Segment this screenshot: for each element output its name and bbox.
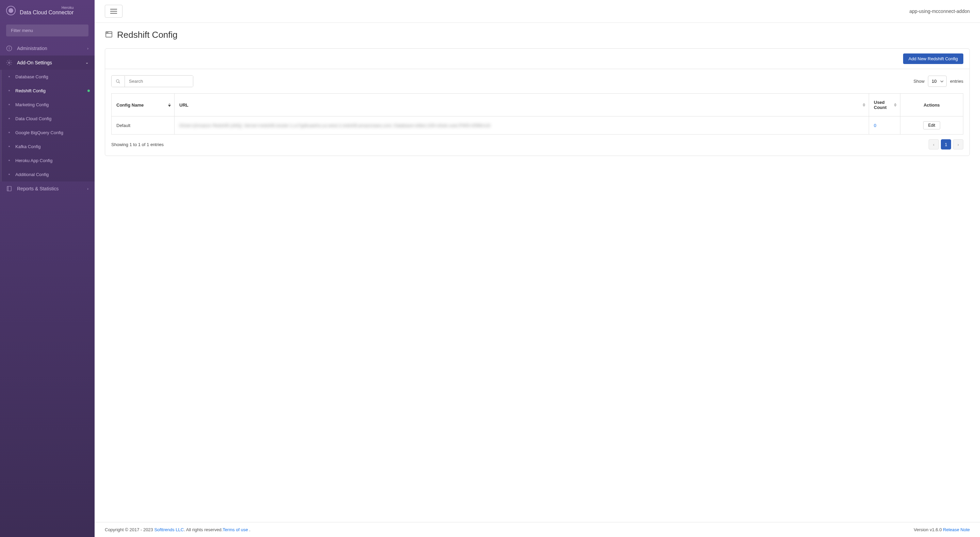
info-icon	[6, 45, 12, 51]
brand-small: Heroku	[20, 5, 73, 10]
col-used-count[interactable]: Used Count	[869, 94, 900, 116]
sidebar: Heroku Data Cloud Connector Administrati…	[0, 0, 95, 537]
svg-point-8	[107, 32, 107, 33]
svg-line-11	[119, 82, 120, 83]
topbar: app-using-mcconnect-addon	[95, 0, 980, 23]
sort-icon	[168, 103, 171, 107]
subnav-data-cloud-config[interactable]: Data Cloud Config	[2, 112, 95, 126]
nav-administration[interactable]: Administration ›	[0, 41, 95, 56]
hamburger-icon	[110, 9, 117, 14]
brand-text: Heroku Data Cloud Connector	[20, 5, 73, 16]
subnav-label: Redshift Config	[15, 88, 46, 93]
search-group	[111, 75, 193, 87]
showing-text: Showing 1 to 1 of 1 entries	[111, 142, 164, 147]
nav-label: Add-On Settings	[17, 60, 81, 65]
sort-icon	[894, 103, 897, 107]
chevron-left-icon: ‹	[933, 142, 934, 147]
search-icon	[111, 76, 125, 87]
entries-label: entries	[950, 79, 963, 84]
svg-point-10	[116, 79, 119, 82]
subnav-label: Google BigQuery Config	[15, 130, 63, 135]
config-table: Config Name URL Used Count	[111, 93, 963, 134]
book-icon	[6, 186, 12, 192]
app-name-label: app-using-mcconnect-addon	[910, 8, 970, 14]
page-title: Redshift Config	[117, 30, 178, 40]
chevron-right-icon: ›	[958, 142, 959, 147]
hamburger-button[interactable]	[105, 5, 123, 18]
subnav-kafka-config[interactable]: Kafka Config	[2, 140, 95, 154]
gear-icon	[6, 60, 12, 66]
logo-icon	[6, 6, 16, 15]
chevron-right-icon: ›	[87, 46, 89, 50]
table-row: Default Driver={Amazon Redshift (x64)}; …	[111, 116, 963, 134]
brand-large: Data Cloud Connector	[20, 10, 73, 16]
subnav-label: Kafka Config	[15, 144, 40, 149]
filter-menu-input[interactable]	[11, 28, 84, 33]
cell-actions: Edit	[900, 116, 963, 134]
terms-link[interactable]: Terms of use	[223, 527, 248, 532]
cell-used-count: 0	[869, 116, 900, 134]
main-area: app-using-mcconnect-addon Redshift Confi…	[95, 0, 980, 537]
nav-label: Reports & Statistics	[17, 186, 82, 191]
col-config-name[interactable]: Config Name	[111, 94, 175, 116]
subnav-heroku-app-config[interactable]: Heroku App Config	[2, 154, 95, 167]
count-link[interactable]: 0	[874, 123, 876, 128]
page-prev-button[interactable]: ‹	[929, 139, 939, 150]
col-url[interactable]: URL	[175, 94, 869, 116]
table-controls: Show 10 entries	[111, 75, 963, 87]
subnav-marketing-config[interactable]: Marketing Config	[2, 98, 95, 112]
subnav-database-config[interactable]: Database Config	[2, 70, 95, 84]
card-body: Show 10 entries Config Name	[105, 69, 969, 156]
subnav-bigquery-config[interactable]: Google BigQuery Config	[2, 126, 95, 140]
nav-addon-settings[interactable]: Add-On Settings ⌄	[0, 56, 95, 70]
show-label: Show	[913, 79, 924, 84]
chevron-down-icon: ⌄	[86, 60, 89, 65]
footer-copyright: Copyright © 2017 - 2023 Softtrends LLC. …	[105, 527, 250, 532]
table-footer: Showing 1 to 1 of 1 entries ‹ 1 ›	[111, 139, 963, 150]
filter-menu-box[interactable]	[6, 24, 89, 37]
page-size-group: Show 10 entries	[913, 76, 963, 87]
footer-version: Version v1.6.0 Release Note	[914, 527, 970, 532]
chevron-right-icon: ›	[87, 186, 89, 191]
footer: Copyright © 2017 - 2023 Softtrends LLC. …	[95, 522, 980, 537]
cell-url: Driver={Amazon Redshift (x64)}; Server=r…	[175, 116, 869, 134]
search-input[interactable]	[125, 76, 193, 87]
subnav-label: Data Cloud Config	[15, 116, 51, 121]
add-config-button[interactable]: Add New Redshift Config	[903, 53, 963, 64]
svg-rect-4	[7, 186, 11, 191]
pagination: ‹ 1 ›	[929, 139, 963, 150]
col-actions: Actions	[900, 94, 963, 116]
subnav-additional-config[interactable]: Additional Config	[2, 167, 95, 182]
cell-config-name: Default	[111, 116, 175, 134]
card-header: Add New Redshift Config	[105, 49, 969, 69]
page-title-row: Redshift Config	[105, 30, 970, 40]
content: Redshift Config Add New Redshift Config …	[95, 23, 980, 522]
nav-reports[interactable]: Reports & Statistics ›	[0, 182, 95, 196]
nav-label: Administration	[17, 46, 82, 51]
sort-icon	[862, 103, 865, 107]
subnav-redshift-config[interactable]: Redshift Config	[2, 84, 95, 98]
addon-subnav: Database Config Redshift Config Marketin…	[1, 70, 95, 182]
page-number-button[interactable]: 1	[941, 139, 951, 150]
subnav-label: Heroku App Config	[15, 158, 52, 163]
brand-header: Heroku Data Cloud Connector	[0, 0, 95, 21]
table-header-row: Config Name URL Used Count	[111, 94, 963, 116]
company-link[interactable]: Softtrends LLC	[154, 527, 184, 532]
release-note-link[interactable]: Release Note	[943, 527, 970, 532]
svg-point-2	[9, 47, 10, 47]
subnav-label: Marketing Config	[15, 102, 49, 107]
page-next-button[interactable]: ›	[953, 139, 963, 150]
subnav-label: Database Config	[15, 74, 48, 79]
edit-button[interactable]: Edit	[923, 121, 940, 129]
svg-point-3	[8, 62, 10, 63]
subnav-label: Additional Config	[15, 172, 49, 177]
page-size-select[interactable]: 10	[928, 76, 947, 87]
window-icon	[105, 30, 113, 40]
config-card: Add New Redshift Config Show 10	[105, 48, 970, 156]
